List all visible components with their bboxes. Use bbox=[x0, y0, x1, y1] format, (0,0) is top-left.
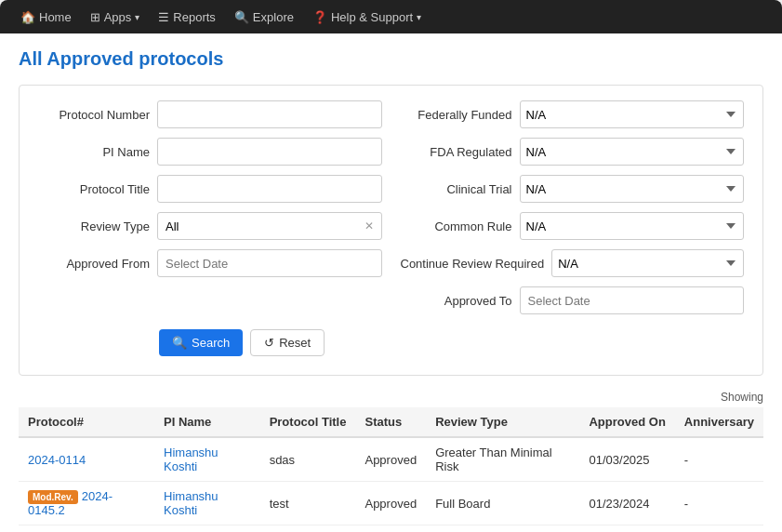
col-protocol-title: Protocol Title bbox=[260, 407, 356, 437]
reset-icon: ↺ bbox=[264, 336, 274, 350]
results-table: Protocol# PI Name Protocol Title Status … bbox=[19, 407, 763, 525]
col-review-type: Review Type bbox=[426, 407, 579, 437]
cell-pi-name: Himanshu Koshti bbox=[154, 437, 260, 482]
review-type-value: All bbox=[166, 219, 179, 233]
cell-review-type: Full Board bbox=[426, 482, 579, 525]
common-rule-label: Common Rule bbox=[401, 219, 512, 233]
table-body: 2024-0114Himanshu KoshtisdasApprovedGrea… bbox=[19, 437, 763, 525]
apps-icon: ⊞ bbox=[90, 10, 100, 24]
protocol-title-label: Protocol Title bbox=[38, 182, 150, 196]
federally-funded-row: Federally Funded N/A Yes No bbox=[401, 100, 745, 128]
approved-from-row: Approved From bbox=[38, 249, 382, 277]
main-content: All Approved protocols Protocol Number P… bbox=[0, 33, 782, 532]
fda-regulated-row: FDA Regulated N/A Yes No bbox=[401, 138, 745, 166]
home-icon: 🏠 bbox=[20, 10, 35, 24]
col-protocol: Protocol# bbox=[19, 407, 154, 437]
federally-funded-select[interactable]: N/A Yes No bbox=[520, 100, 745, 128]
cell-protocol-title: test bbox=[260, 482, 356, 525]
cell-pi-name: Himanshu Koshti bbox=[154, 482, 260, 525]
cell-review-type: Greater Than Minimal Risk bbox=[426, 437, 579, 482]
help-dropdown-icon: ▾ bbox=[417, 12, 421, 22]
nav-explore[interactable]: 🔍 Explore bbox=[225, 10, 303, 24]
cell-status: Approved bbox=[355, 437, 426, 482]
nav-reports[interactable]: ☰ Reports bbox=[149, 10, 225, 24]
top-navbar: 🏠 Home ⊞ Apps ▾ ☰ Reports 🔍 Explore ❓ He… bbox=[0, 0, 782, 33]
clear-review-type-icon[interactable]: ✕ bbox=[364, 219, 374, 233]
page-title: All Approved protocols bbox=[19, 48, 763, 70]
mod-rev-badge: Mod.Rev. bbox=[28, 490, 78, 504]
cell-approved-on: 01/03/2025 bbox=[579, 437, 674, 482]
cell-protocol-title: sdas bbox=[260, 437, 356, 482]
protocol-number-row: Protocol Number bbox=[38, 100, 382, 128]
fda-regulated-label: FDA Regulated bbox=[401, 145, 512, 159]
approved-to-input[interactable] bbox=[520, 286, 745, 314]
approved-to-label: Approved To bbox=[401, 294, 512, 308]
reports-icon: ☰ bbox=[158, 10, 169, 24]
cell-protocol: Mod.Rev.2024-0145.2 bbox=[19, 482, 154, 525]
approved-from-input[interactable] bbox=[157, 249, 382, 277]
common-rule-row: Common Rule N/A Yes No bbox=[401, 212, 745, 240]
table-header-row: Protocol# PI Name Protocol Title Status … bbox=[19, 407, 763, 437]
search-button[interactable]: 🔍 Search bbox=[159, 329, 243, 356]
cell-approved-on: 01/23/2024 bbox=[579, 482, 674, 525]
clinical-trial-label: Clinical Trial bbox=[401, 182, 512, 196]
continue-review-label: Continue Review Required bbox=[401, 257, 545, 271]
approved-to-row: Approved To bbox=[401, 286, 745, 314]
search-icon: 🔍 bbox=[172, 336, 187, 350]
review-type-row: Review Type All ✕ bbox=[38, 212, 382, 240]
results-header: Showing bbox=[19, 391, 763, 404]
continue-review-select[interactable]: N/A Yes No bbox=[551, 249, 744, 277]
apps-dropdown-icon: ▾ bbox=[135, 12, 139, 22]
col-approved-on: Approved On bbox=[579, 407, 674, 437]
cell-anniversary: - bbox=[675, 482, 763, 525]
cell-anniversary: - bbox=[675, 437, 763, 482]
clinical-trial-row: Clinical Trial N/A Yes No bbox=[401, 175, 745, 203]
col-anniversary: Anniversary bbox=[675, 407, 763, 437]
fda-regulated-select[interactable]: N/A Yes No bbox=[520, 138, 745, 166]
cell-status: Approved bbox=[355, 482, 426, 525]
clinical-trial-select[interactable]: N/A Yes No bbox=[520, 175, 745, 203]
pi-name-input[interactable] bbox=[157, 138, 382, 166]
nav-apps[interactable]: ⊞ Apps ▾ bbox=[81, 10, 150, 24]
showing-text: Showing bbox=[721, 391, 763, 404]
cell-protocol: 2024-0114 bbox=[19, 437, 154, 482]
review-type-field[interactable]: All ✕ bbox=[157, 212, 382, 240]
button-row: 🔍 Search ↺ Reset bbox=[159, 329, 744, 356]
protocol-number-input[interactable] bbox=[157, 100, 382, 128]
nav-help[interactable]: ❓ Help & Support ▾ bbox=[303, 10, 431, 24]
pi-name-label: PI Name bbox=[38, 145, 150, 159]
filter-box: Protocol Number PI Name Protocol Title R… bbox=[19, 85, 763, 376]
approved-from-label: Approved From bbox=[38, 257, 150, 271]
explore-icon: 🔍 bbox=[234, 10, 249, 24]
protocol-title-row: Protocol Title bbox=[38, 175, 382, 203]
protocol-link[interactable]: 2024-0114 bbox=[28, 453, 86, 467]
reset-button[interactable]: ↺ Reset bbox=[250, 329, 325, 356]
pi-name-link[interactable]: Himanshu Koshti bbox=[164, 446, 219, 473]
table-row: Mod.Rev.2024-0145.2Himanshu KoshtitestAp… bbox=[19, 482, 763, 525]
col-status: Status bbox=[355, 407, 426, 437]
federally-funded-label: Federally Funded bbox=[401, 108, 512, 122]
common-rule-select[interactable]: N/A Yes No bbox=[520, 212, 745, 240]
review-type-label: Review Type bbox=[38, 219, 150, 233]
table-row: 2024-0114Himanshu KoshtisdasApprovedGrea… bbox=[19, 437, 763, 482]
nav-home[interactable]: 🏠 Home bbox=[11, 10, 81, 24]
help-icon: ❓ bbox=[312, 10, 327, 24]
pi-name-link[interactable]: Himanshu Koshti bbox=[164, 489, 219, 517]
protocol-number-label: Protocol Number bbox=[38, 108, 150, 122]
right-col: Federally Funded N/A Yes No FDA Regulate… bbox=[401, 100, 745, 314]
left-col: Protocol Number PI Name Protocol Title R… bbox=[38, 100, 382, 314]
col-pi-name: PI Name bbox=[154, 407, 260, 437]
table-header: Protocol# PI Name Protocol Title Status … bbox=[19, 407, 763, 437]
continue-review-row: Continue Review Required N/A Yes No bbox=[401, 249, 745, 277]
protocol-title-input[interactable] bbox=[157, 175, 382, 203]
pi-name-row: PI Name bbox=[38, 138, 382, 166]
